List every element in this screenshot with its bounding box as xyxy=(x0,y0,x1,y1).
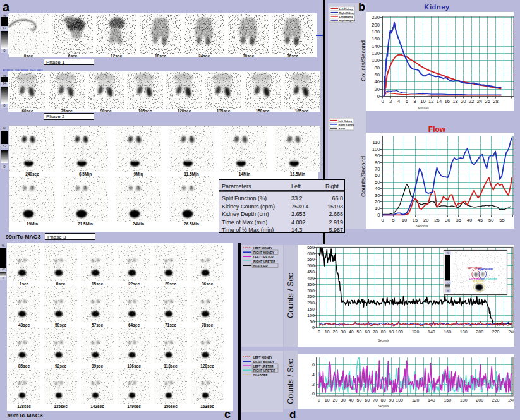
svg-text:0: 0 xyxy=(377,93,380,99)
svg-text:250: 250 xyxy=(307,294,315,299)
svg-text:Aorta: Aorta xyxy=(339,127,346,130)
svg-text:650: 650 xyxy=(307,245,315,249)
svg-text:10: 10 xyxy=(375,205,380,211)
svg-text:6: 6 xyxy=(406,99,408,104)
svg-text:200: 200 xyxy=(476,330,483,334)
svg-text:240: 240 xyxy=(508,398,514,402)
svg-text:100: 100 xyxy=(396,398,403,402)
svg-text:20: 20 xyxy=(423,217,428,223)
svg-text:160: 160 xyxy=(372,36,380,42)
svg-text:100: 100 xyxy=(307,313,315,318)
svg-text:22: 22 xyxy=(469,99,474,104)
svg-text:30: 30 xyxy=(341,330,346,334)
svg-text:70: 70 xyxy=(375,166,380,172)
svg-text:220: 220 xyxy=(372,15,380,20)
svg-text:200: 200 xyxy=(372,22,380,28)
svg-text:0: 0 xyxy=(312,392,315,396)
svg-text:18: 18 xyxy=(452,99,457,104)
svg-text:16: 16 xyxy=(444,99,449,104)
svg-text:BLADDER: BLADDER xyxy=(473,280,484,283)
svg-text:%: % xyxy=(447,251,449,255)
svg-text:60: 60 xyxy=(375,172,380,178)
svg-text:20: 20 xyxy=(375,199,380,205)
svg-text:8: 8 xyxy=(413,99,416,104)
svg-text:90: 90 xyxy=(389,330,394,334)
svg-text:550: 550 xyxy=(307,257,315,261)
svg-text:100: 100 xyxy=(396,330,403,334)
svg-text:80: 80 xyxy=(375,65,380,71)
svg-text:55: 55 xyxy=(499,217,504,223)
svg-text:140: 140 xyxy=(372,44,380,49)
svg-text:Left Kidney: Left Kidney xyxy=(339,8,354,11)
svg-text:24: 24 xyxy=(477,99,482,104)
svg-text:RIGHT URETER: RIGHT URETER xyxy=(253,260,275,263)
svg-text:Seconds: Seconds xyxy=(378,405,389,408)
svg-text:RIGHT KIDNEY: RIGHT KIDNEY xyxy=(253,251,274,255)
svg-text:LEFT URETER: LEFT URETER xyxy=(253,256,274,259)
svg-text:60: 60 xyxy=(375,72,380,78)
svg-text:5: 5 xyxy=(392,217,395,223)
svg-text:28: 28 xyxy=(493,99,498,104)
svg-text:30: 30 xyxy=(445,217,450,223)
svg-text:Left Kidney: Left Kidney xyxy=(339,119,353,123)
svg-text:12: 12 xyxy=(428,99,433,104)
svg-text:Left Bkgrnd: Left Bkgrnd xyxy=(339,15,354,18)
svg-text:150: 150 xyxy=(307,307,315,311)
svg-text:0: 0 xyxy=(377,212,380,218)
svg-text:180: 180 xyxy=(372,29,380,35)
svg-text:4: 4 xyxy=(397,99,400,104)
svg-text:6: 6 xyxy=(312,363,315,367)
svg-text:20: 20 xyxy=(333,398,338,402)
svg-text:15: 15 xyxy=(413,217,418,223)
svg-text:12: 12 xyxy=(446,282,450,285)
svg-text:30: 30 xyxy=(375,193,380,198)
svg-text:110: 110 xyxy=(372,140,380,145)
svg-text:40: 40 xyxy=(467,217,472,223)
svg-text:200: 200 xyxy=(476,398,483,402)
svg-text:40: 40 xyxy=(349,330,354,334)
svg-text:50: 50 xyxy=(357,398,362,402)
svg-text:60: 60 xyxy=(365,398,370,402)
svg-text:160: 160 xyxy=(444,330,451,334)
svg-text:0: 0 xyxy=(381,217,384,223)
svg-text:180: 180 xyxy=(460,398,468,402)
svg-text:40: 40 xyxy=(375,79,380,85)
svg-text:120: 120 xyxy=(412,330,420,334)
svg-text:90: 90 xyxy=(375,153,380,159)
svg-text:Minutes: Minutes xyxy=(418,106,429,110)
svg-text:BLADDER: BLADDER xyxy=(253,265,268,268)
svg-text:80: 80 xyxy=(381,330,386,334)
svg-text:80: 80 xyxy=(375,160,380,165)
svg-text:70: 70 xyxy=(373,398,378,402)
svg-text:RIGHT KIDNEY: RIGHT KIDNEY xyxy=(253,361,274,364)
svg-text:LEFT KIDNEY: LEFT KIDNEY xyxy=(253,356,272,359)
svg-text:2: 2 xyxy=(312,382,315,387)
svg-text:45: 45 xyxy=(478,217,483,223)
svg-text:450: 450 xyxy=(307,270,315,274)
svg-text:LEFT KIDNEY: LEFT KIDNEY xyxy=(253,247,272,250)
svg-text:LEFT URETER: LEFT URETER xyxy=(253,365,274,368)
svg-text:10: 10 xyxy=(402,217,407,223)
svg-text:120: 120 xyxy=(412,398,420,402)
svg-text:120: 120 xyxy=(372,51,380,56)
svg-text:220: 220 xyxy=(492,330,500,334)
svg-text:4: 4 xyxy=(312,373,315,377)
svg-text:50: 50 xyxy=(375,179,380,185)
svg-text:0: 0 xyxy=(381,99,384,104)
svg-text:RIGHT KIDNEY: RIGHT KIDNEY xyxy=(478,268,494,271)
svg-text:2: 2 xyxy=(389,99,392,104)
svg-text:10: 10 xyxy=(325,398,330,402)
svg-text:Seconds: Seconds xyxy=(416,224,428,228)
svg-text:180: 180 xyxy=(460,330,468,334)
svg-text:80: 80 xyxy=(381,398,386,402)
svg-text:30: 30 xyxy=(341,398,346,402)
svg-text:70: 70 xyxy=(373,330,378,334)
svg-text:90: 90 xyxy=(389,398,394,402)
svg-text:60: 60 xyxy=(365,330,370,334)
svg-text:240: 240 xyxy=(508,330,514,334)
svg-text:25: 25 xyxy=(434,217,439,223)
svg-text:220: 220 xyxy=(492,398,500,402)
svg-text:26: 26 xyxy=(485,99,490,104)
svg-text:20: 20 xyxy=(333,330,338,334)
svg-text:50: 50 xyxy=(357,330,362,334)
